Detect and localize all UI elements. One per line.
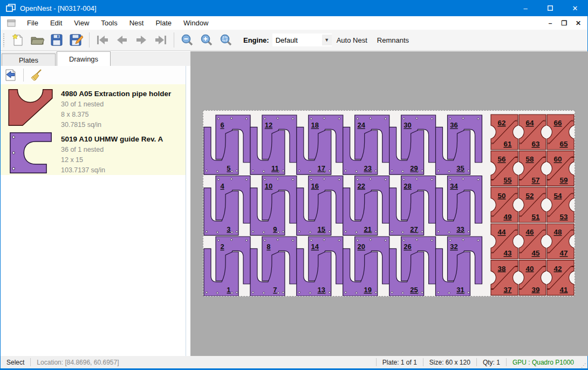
menu-view[interactable]: View xyxy=(68,17,95,29)
toolbar-grip[interactable] xyxy=(3,33,5,47)
menu-window[interactable]: Window xyxy=(177,17,214,29)
nest-pair-red[interactable]: 5857 xyxy=(519,151,546,186)
mdi-child-icon[interactable] xyxy=(7,19,16,27)
nest-pair-red[interactable]: 4241 xyxy=(547,260,574,295)
nest-pair-red[interactable]: 5655 xyxy=(491,151,518,186)
go-next-button[interactable] xyxy=(132,31,151,49)
nest-pair-purple[interactable]: 1615 xyxy=(297,176,343,236)
nest-pair-red[interactable]: 3837 xyxy=(491,260,518,295)
svg-text:14: 14 xyxy=(311,243,319,251)
nest-pair-purple[interactable]: 1817 xyxy=(297,115,343,174)
nest-pair-red[interactable]: 5251 xyxy=(519,187,546,223)
svg-text:60: 60 xyxy=(553,155,562,163)
nest-pair-red[interactable]: 6463 xyxy=(519,115,546,150)
nest-pair-purple[interactable]: 2221 xyxy=(343,176,389,236)
auto-nest-button[interactable]: Auto Nest xyxy=(332,33,372,48)
nest-canvas[interactable]: 6512111817242330293635431091615222128273… xyxy=(190,51,588,356)
nest-pair-purple[interactable]: 87 xyxy=(250,237,297,296)
nest-pair-purple[interactable]: 21 xyxy=(204,237,250,296)
nest-pair-purple[interactable]: 2423 xyxy=(343,115,389,174)
zoom-in-button[interactable] xyxy=(197,31,216,49)
menu-file[interactable]: File xyxy=(21,17,44,29)
save-as-button[interactable] xyxy=(66,31,86,49)
svg-text:25: 25 xyxy=(410,286,418,294)
zoom-out-button[interactable] xyxy=(177,31,197,49)
open-button[interactable] xyxy=(28,31,47,49)
drawing-item-4980[interactable]: 4980 A05 Extraction pipe holder 30 of 1 … xyxy=(1,84,186,130)
mdi-restore-button[interactable]: ❐ xyxy=(558,18,570,29)
svg-text:52: 52 xyxy=(525,192,534,200)
plate[interactable]: 6512111817242330293635431091615222128273… xyxy=(203,110,575,297)
svg-text:22: 22 xyxy=(357,182,365,190)
import-drawing-button[interactable] xyxy=(1,66,20,84)
svg-text:2: 2 xyxy=(220,243,224,251)
nest-pair-purple[interactable]: 43 xyxy=(204,176,250,236)
clean-button[interactable] xyxy=(27,66,46,84)
nest-pair-purple[interactable]: 1413 xyxy=(297,237,343,296)
svg-text:45: 45 xyxy=(531,249,540,257)
zoom-fit-button[interactable] xyxy=(216,31,236,49)
nest-pair-purple[interactable]: 2019 xyxy=(343,237,389,296)
tab-plates[interactable]: Plates xyxy=(2,53,56,66)
go-previous-button[interactable] xyxy=(112,31,132,49)
nest-pair-red[interactable]: 4039 xyxy=(519,260,546,295)
status-mode: Select xyxy=(1,359,30,366)
new-file-button[interactable] xyxy=(8,31,28,49)
nest-pair-purple[interactable]: 2625 xyxy=(389,237,436,296)
go-first-button[interactable] xyxy=(93,31,112,49)
svg-text:65: 65 xyxy=(559,140,568,148)
nest-pair-purple[interactable]: 109 xyxy=(250,176,297,236)
mdi-close-button[interactable]: ✕ xyxy=(572,18,584,29)
mdi-minimize-button[interactable]: – xyxy=(544,18,556,29)
svg-text:61: 61 xyxy=(503,140,512,148)
svg-text:62: 62 xyxy=(497,119,505,127)
svg-text:41: 41 xyxy=(559,286,568,294)
nest-pair-purple[interactable]: 3029 xyxy=(389,115,436,174)
svg-text:5: 5 xyxy=(227,165,230,173)
svg-text:26: 26 xyxy=(404,243,411,251)
nest-pair-red[interactable]: 6261 xyxy=(491,115,518,150)
remnants-button[interactable]: Remnants xyxy=(372,33,414,48)
nest-pair-purple[interactable]: 1211 xyxy=(250,115,297,174)
nest-pair-purple[interactable]: 2827 xyxy=(389,176,436,236)
nest-pair-red[interactable]: 6665 xyxy=(547,115,574,150)
zoom-fit-icon xyxy=(220,33,233,46)
engine-combobox[interactable]: Default ▼ xyxy=(272,33,332,46)
svg-text:53: 53 xyxy=(559,213,568,221)
svg-text:57: 57 xyxy=(531,176,539,184)
svg-text:40: 40 xyxy=(525,265,534,273)
menu-tools[interactable]: Tools xyxy=(95,17,123,29)
nest-pair-red[interactable]: 4847 xyxy=(547,224,574,259)
drawing-thumbnail-purple xyxy=(5,133,57,173)
svg-text:11: 11 xyxy=(271,165,279,173)
drawing-item-5019[interactable]: 5019 A10 UHMW guide Rev. A 36 of 1 neste… xyxy=(1,130,186,175)
close-button[interactable]: ✕ xyxy=(563,0,587,16)
svg-text:42: 42 xyxy=(553,265,562,273)
maximize-button[interactable] xyxy=(538,0,563,16)
svg-text:50: 50 xyxy=(497,192,505,200)
nest-pair-red[interactable]: 4443 xyxy=(491,224,518,259)
nest-pair-red[interactable]: 5453 xyxy=(547,187,574,223)
menu-plate[interactable]: Plate xyxy=(149,17,177,29)
tab-drawings[interactable]: Drawings xyxy=(57,51,111,66)
side-panel: Plates Drawings xyxy=(1,51,190,356)
svg-text:66: 66 xyxy=(553,119,562,127)
minimize-button[interactable]: – xyxy=(513,0,538,16)
save-button[interactable] xyxy=(47,31,66,49)
nest-pair-purple[interactable]: 3433 xyxy=(436,176,482,236)
menu-bar: File Edit View Tools Nest Plate Window –… xyxy=(1,16,587,30)
nest-pair-red[interactable]: 6059 xyxy=(547,151,574,186)
resize-grip[interactable]: ⋰ xyxy=(580,356,587,368)
go-last-button[interactable] xyxy=(151,31,170,49)
nest-pair-purple[interactable]: 65 xyxy=(204,115,250,174)
nest-pair-red[interactable]: 4645 xyxy=(519,224,546,259)
status-plate: Plate: 1 of 1 xyxy=(377,359,423,366)
menu-edit[interactable]: Edit xyxy=(44,17,68,29)
chevron-down-icon[interactable]: ▼ xyxy=(322,35,332,45)
svg-text:12: 12 xyxy=(265,122,272,130)
menu-nest[interactable]: Nest xyxy=(124,17,150,29)
nest-pair-red[interactable]: 5049 xyxy=(491,187,518,223)
nest-pair-purple[interactable]: 3635 xyxy=(436,115,482,174)
drawing-nested: 36 of 1 nested xyxy=(61,145,163,155)
nest-pair-purple[interactable]: 3231 xyxy=(436,237,482,296)
